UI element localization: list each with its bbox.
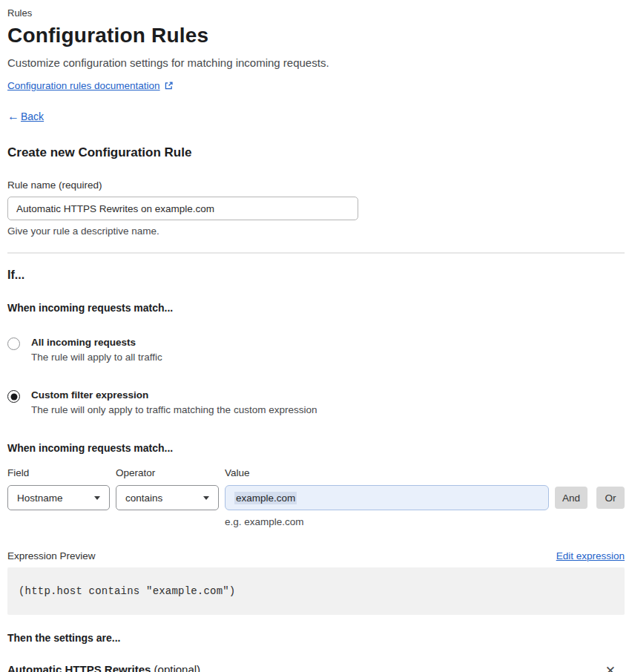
rule-name-input[interactable] — [7, 197, 358, 220]
request-match-radio-group: All incoming requests The rule will appl… — [7, 337, 625, 415]
operator-select-value: contains — [125, 493, 162, 504]
radio-all-incoming-requests[interactable]: All incoming requests The rule will appl… — [7, 337, 625, 363]
page-description: Customize configuration settings for mat… — [7, 56, 625, 69]
back-arrow-icon: ← — [7, 110, 19, 123]
page-title: Configuration Rules — [7, 24, 625, 47]
radio-description: The rule will apply to all traffic — [31, 352, 162, 363]
setting-header-row: Automatic HTTPS Rewrites (optional) ✕ — [7, 663, 625, 672]
back-link[interactable]: Back — [21, 111, 44, 122]
radio-icon[interactable] — [7, 337, 20, 350]
radio-label: All incoming requests — [31, 337, 162, 348]
back-link-row: ← Back — [7, 110, 625, 123]
expression-builder-heading: When incoming requests match... — [7, 442, 625, 454]
field-select[interactable]: Hostname — [7, 485, 110, 510]
match-heading: When incoming requests match... — [7, 302, 625, 314]
value-input-text: example.com — [234, 492, 297, 504]
or-button[interactable]: Or — [596, 487, 625, 509]
operator-label: Operator — [116, 467, 219, 485]
expression-preview-code: (http.host contains "example.com") — [7, 567, 625, 615]
setting-optional-label: (optional) — [154, 663, 201, 672]
radio-label: Custom filter expression — [31, 389, 317, 401]
value-helper: e.g. example.com — [225, 510, 549, 527]
operator-select[interactable]: contains — [116, 485, 219, 510]
breadcrumb: Rules — [7, 7, 625, 19]
documentation-link-row: Configuration rules documentation — [7, 80, 625, 91]
radio-icon[interactable] — [7, 390, 20, 403]
expression-preview-label: Expression Preview — [7, 550, 96, 561]
rule-name-helper: Give your rule a descriptive name. — [7, 225, 625, 237]
radio-description: The rule will only apply to traffic matc… — [31, 404, 317, 415]
configuration-rules-page: Rules Configuration Rules Customize conf… — [0, 0, 632, 672]
external-link-icon — [164, 81, 174, 90]
close-icon[interactable]: ✕ — [602, 663, 619, 672]
value-label: Value — [225, 467, 549, 485]
documentation-link[interactable]: Configuration rules documentation — [7, 80, 160, 91]
then-settings-heading: Then the settings are... — [7, 632, 625, 644]
radio-custom-filter-expression[interactable]: Custom filter expression The rule will o… — [7, 389, 625, 415]
field-select-value: Hostname — [17, 493, 63, 504]
edit-expression-link[interactable]: Edit expression — [556, 550, 625, 561]
condition-builder-row: Field Operator Value Hostname contains e… — [7, 467, 625, 527]
rule-name-label: Rule name (required) — [7, 179, 625, 191]
chevron-down-icon — [94, 496, 100, 500]
if-heading: If... — [7, 269, 625, 282]
chevron-down-icon — [203, 496, 209, 500]
setting-name: Automatic HTTPS Rewrites — [7, 663, 151, 672]
field-label: Field — [7, 467, 110, 485]
expression-preview-row: Expression Preview Edit expression — [7, 550, 625, 561]
create-rule-heading: Create new Configuration Rule — [7, 145, 625, 160]
and-button[interactable]: And — [555, 487, 587, 509]
value-input[interactable]: example.com — [225, 485, 549, 510]
section-divider — [7, 252, 625, 254]
